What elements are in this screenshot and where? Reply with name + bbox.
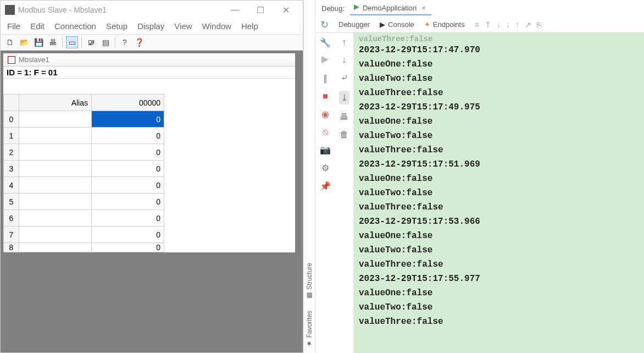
console-line: 2023-12-29T15:17:53.966 [359, 214, 639, 229]
alias-header[interactable]: Alias [19, 95, 92, 111]
value-header[interactable]: 00000 [92, 95, 164, 111]
toolbar: 🗋 📂 💾 🖶 ▭ 🖳 ▤ ? ❓ [1, 34, 303, 51]
value-cell[interactable]: 0 [92, 144, 164, 161]
down2-icon[interactable]: ↓ [506, 20, 510, 29]
endpoints-tab[interactable]: ✦Endpoints [424, 20, 465, 29]
alias-cell[interactable] [19, 194, 92, 210]
close-tab-icon[interactable]: × [419, 4, 428, 12]
context-help-icon[interactable]: ❓ [133, 36, 145, 48]
row-header[interactable]: 8 [4, 243, 19, 252]
toolbar-separator [62, 37, 63, 48]
save-icon[interactable]: 💾 [32, 36, 45, 48]
up-icon[interactable]: ↑ [515, 20, 519, 29]
window-icon[interactable]: ▭ [66, 36, 78, 48]
alias-cell[interactable] [19, 177, 92, 194]
up-arrow-icon[interactable]: ↑ [342, 37, 346, 47]
run-icon: ⯈ [353, 4, 360, 12]
value-cell[interactable]: 0 [92, 227, 164, 243]
value-cell[interactable]: 0 [92, 210, 164, 227]
row-header[interactable]: 4 [4, 177, 19, 194]
value-cell[interactable]: 0 [92, 243, 164, 252]
run-config-tab[interactable]: ⯈ DemoApplication × [350, 2, 431, 15]
row-header[interactable]: 5 [4, 194, 19, 210]
pause-icon[interactable]: ∥ [323, 73, 327, 84]
close-button[interactable]: ✕ [273, 2, 298, 18]
resume-icon[interactable]: ⯈ [321, 56, 330, 65]
console-line: 2023-12-29T15:17:55.977 [359, 272, 639, 286]
wrap-icon[interactable]: ⤶ [341, 73, 348, 83]
maximize-button[interactable]: ☐ [248, 2, 273, 18]
menu-view[interactable]: View [174, 21, 192, 31]
menu-window[interactable]: Window [202, 21, 231, 31]
down-icon[interactable]: ↓ [497, 20, 501, 29]
corner-header [4, 95, 19, 111]
row-header[interactable]: 7 [4, 227, 19, 243]
alias-cell[interactable] [19, 161, 92, 177]
minimize-button[interactable]: — [223, 2, 248, 18]
menu-display[interactable]: Display [137, 21, 164, 31]
print-icon[interactable]: 🖶 [340, 112, 348, 122]
console-line: valueOne:false [359, 229, 639, 243]
console-icon: ▶ [380, 20, 385, 29]
console-output[interactable]: valueThree:false2023-12-29T15:17:47.970v… [353, 33, 644, 353]
scroll-end-icon[interactable]: ⤓ [339, 91, 349, 104]
modbus-window: Modbus Slave - Mbslave1 — ☐ ✕ File Edit … [0, 0, 303, 353]
row-header[interactable]: 6 [4, 210, 19, 227]
pin-icon[interactable]: 📌 [320, 181, 331, 191]
value-cell[interactable]: 0 [92, 128, 164, 144]
trash-icon[interactable]: 🗑 [340, 130, 348, 140]
layout-icon[interactable]: ≡ [475, 20, 479, 29]
mute-icon[interactable]: ⦸ [323, 127, 328, 137]
out-icon[interactable]: ↗ [525, 20, 531, 29]
new-icon[interactable]: 🗋 [4, 36, 16, 48]
child-titlebar: Mbslave1 [3, 53, 295, 67]
window-title: Modbus Slave - Mbslave1 [18, 5, 107, 14]
print-icon[interactable]: 🖶 [47, 36, 59, 48]
row-header[interactable]: 2 [4, 144, 19, 161]
favorites-tab[interactable]: ★Favorites [306, 311, 313, 348]
open-icon[interactable]: 📂 [18, 36, 30, 48]
alias-cell[interactable] [19, 243, 92, 252]
debugger-tab[interactable]: Debugger [338, 20, 370, 29]
alias-cell[interactable] [19, 210, 92, 227]
doc-icon[interactable]: ▤ [99, 36, 112, 48]
camera-icon[interactable]: 📷 [320, 145, 331, 155]
value-cell[interactable]: 0 [92, 111, 164, 128]
monitor-icon[interactable]: 🖳 [85, 36, 97, 48]
row-header[interactable]: 3 [4, 161, 19, 177]
down-arrow-icon[interactable]: ↓ [342, 55, 346, 65]
row-header[interactable]: 0 [4, 111, 19, 128]
alias-cell[interactable] [19, 227, 92, 243]
settings-icon[interactable]: ⚙ [321, 163, 329, 173]
stop-icon[interactable]: ■ [323, 91, 328, 101]
alias-cell[interactable] [19, 111, 92, 128]
breakpoints-icon[interactable]: ◉ [321, 109, 329, 119]
wrench-icon[interactable]: 🔧 [320, 37, 331, 48]
menu-edit[interactable]: Edit [30, 21, 45, 31]
alias-cell[interactable] [19, 128, 92, 144]
console-line: valueThree:false [359, 315, 639, 329]
menu-file[interactable]: File [7, 21, 20, 31]
console-line: valueOne:false [359, 286, 639, 300]
row-header[interactable]: 1 [4, 128, 19, 144]
rerun-icon[interactable]: ↻ [316, 16, 333, 33]
menu-help[interactable]: Help [241, 21, 258, 31]
console-line: valueTwo:false [359, 71, 639, 86]
console-line: valueThree:false [359, 257, 639, 272]
menu-connection[interactable]: Connection [54, 21, 96, 31]
value-cell[interactable]: 0 [92, 194, 164, 210]
more-icon[interactable]: ⎘ [537, 20, 541, 29]
console-line: valueThree:false [359, 35, 639, 43]
structure-tab[interactable]: ▦Structure [306, 263, 313, 300]
alias-cell[interactable] [19, 144, 92, 161]
value-cell[interactable]: 0 [92, 161, 164, 177]
help-icon[interactable]: ? [119, 36, 131, 48]
endpoints-icon: ✦ [424, 20, 430, 29]
app-name: DemoApplication [363, 4, 417, 12]
console-tab[interactable]: ▶Console [380, 20, 414, 29]
step-icon[interactable]: ⤒ [485, 20, 491, 29]
register-grid[interactable]: Alias 00000 001020304050607080 [3, 94, 164, 252]
console-line: valueTwo:false [359, 186, 639, 200]
value-cell[interactable]: 0 [92, 177, 164, 194]
menu-setup[interactable]: Setup [106, 21, 127, 31]
